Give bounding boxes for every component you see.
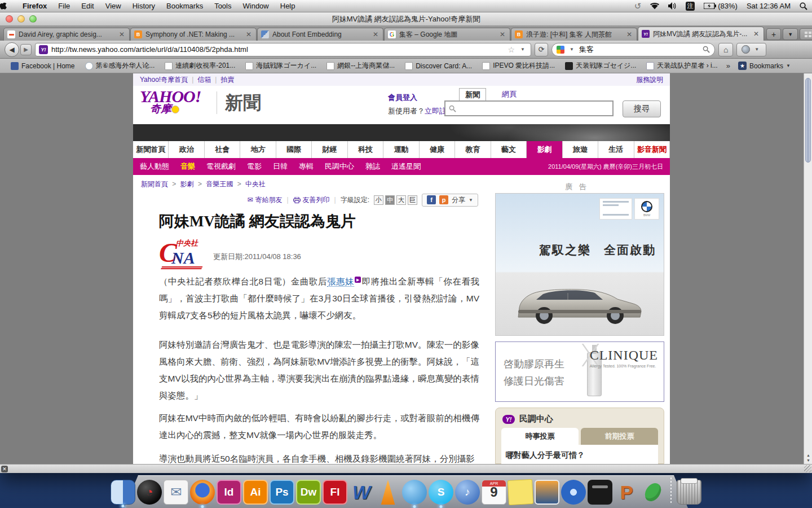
statusbar-close-icon[interactable]: ✕ [1, 466, 8, 472]
tab-groups-button[interactable] [800, 28, 812, 40]
tab-symphony-net[interactable]: Symphony of .NET: Making ... ✕ [130, 28, 257, 41]
tab-david-airey[interactable]: David Airey, graphic desig... ✕ [3, 28, 130, 41]
nav-category[interactable]: 財經 [312, 141, 347, 158]
menu-bookmarks[interactable]: Bookmarks [161, 2, 209, 10]
spotlight-icon[interactable] [795, 2, 812, 10]
facebook-share-icon[interactable]: f [427, 195, 436, 204]
dock-dreamweaver[interactable]: Dw [296, 480, 321, 505]
bookmark-ipevo[interactable]: IPEVO 愛比科技請... [477, 61, 560, 71]
crumb-cna[interactable]: 中央社 [245, 180, 266, 188]
dock-trash[interactable] [677, 480, 701, 505]
video-badge-icon[interactable]: ▶ [355, 277, 361, 283]
time-machine-icon[interactable]: ↺ [630, 1, 646, 11]
app-menu-button[interactable]: ▼ [736, 43, 766, 56]
wifi-icon[interactable] [646, 3, 664, 10]
subnav-item[interactable]: 民調中心 [325, 161, 354, 172]
new-tab-button[interactable]: + [766, 28, 781, 40]
bookmark-gokaiger[interactable]: 海賊戦隊ゴーカイ... [240, 61, 321, 71]
search-tab-web[interactable]: 網頁 [496, 88, 522, 101]
dock-messenger[interactable] [641, 480, 665, 505]
dock-illustrator[interactable]: Ai [243, 480, 268, 505]
tab-close-icon[interactable]: ✕ [498, 30, 506, 38]
bookmarks-menu-button[interactable]: ★ Bookmarks ▼ [734, 62, 795, 70]
menu-file[interactable]: File [52, 2, 76, 10]
bookmarks-overflow-chevron[interactable]: » [723, 62, 734, 70]
subnav-item[interactable]: 藝人動態 [140, 161, 169, 172]
search-input[interactable]: 集客 [579, 45, 700, 55]
battery-icon[interactable]: (83%) [699, 2, 742, 10]
home-button[interactable]: ⌂ [718, 43, 733, 56]
back-button[interactable]: ◀ [5, 42, 19, 57]
search-bar[interactable]: ▼ 集客 [551, 43, 715, 56]
dock-toast[interactable] [588, 480, 612, 505]
nav-category[interactable]: 地方 [240, 141, 276, 158]
bookmark-star-icon[interactable]: ☆ [508, 45, 515, 54]
nav-category[interactable]: 社會 [205, 141, 240, 158]
dock-vlc[interactable] [376, 480, 400, 505]
clinique-advertisement[interactable]: 啓動膠原再生 修護日光傷害 CLINIQUE Allergy Tested. 1… [495, 341, 664, 402]
print-link[interactable]: 友善列印 [293, 195, 330, 205]
link-auction[interactable]: 拍賣 [220, 75, 234, 85]
bookmark-discover-card[interactable]: Discover Card: A... [400, 62, 477, 70]
tab-close-icon[interactable]: ✕ [372, 30, 379, 38]
cna-logo[interactable]: C NA 中央社 [159, 238, 206, 271]
vertical-scrollbar[interactable]: ▲▼ [804, 73, 812, 464]
dock-iphoto[interactable] [535, 480, 559, 505]
menubar-clock[interactable]: Sat 12:36 AM [742, 2, 795, 10]
poll-tab-past[interactable]: 前期投票 [581, 428, 658, 445]
tab-close-icon[interactable]: ✕ [245, 30, 253, 38]
crumb-news-home[interactable]: 新聞首頁 [141, 180, 168, 188]
volume-icon[interactable] [664, 2, 681, 10]
dock-ical[interactable]: 9 [482, 480, 506, 505]
subnav-item[interactable]: 雜誌 [365, 161, 380, 172]
dock-dvd-player[interactable] [561, 480, 586, 505]
dock-firefox[interactable] [190, 480, 215, 505]
bookmark-goseiger[interactable]: 天装戦隊ゴセイジ... [560, 61, 641, 71]
search-magnifier-icon[interactable] [703, 46, 710, 53]
tab-close-icon[interactable]: ✕ [752, 30, 760, 38]
tab-dropdown-button[interactable]: ▼ [783, 28, 798, 40]
nav-category[interactable]: 新聞首頁 [133, 141, 169, 158]
nav-category[interactable]: 國際 [276, 141, 312, 158]
send-to-friend-link[interactable]: ✉ 寄給朋友 [247, 195, 282, 205]
search-engine-dropdown-icon[interactable]: ▼ [567, 47, 576, 52]
bookmark-bank[interactable]: 網銀--上海商業儲... [321, 61, 400, 71]
nav-category[interactable]: 旅遊 [563, 141, 598, 158]
fontsize-option[interactable]: 巨 [408, 195, 417, 205]
dock-word[interactable]: W [349, 480, 374, 505]
dock-sep[interactable] [670, 478, 672, 505]
poll-tab-current[interactable]: 時事投票 [501, 428, 579, 445]
tab-google-maps[interactable]: 集客 – Google 地圖 ✕ [384, 28, 510, 41]
scrollbar-thumb[interactable] [805, 78, 811, 163]
scroll-down-arrow[interactable]: ▼ [804, 458, 812, 463]
tab-font-embedding[interactable]: About Font Embedding ✕ [257, 28, 383, 41]
subnav-item[interactable]: 音樂 [180, 161, 195, 172]
menu-help[interactable]: Help [275, 2, 301, 10]
subnav-item[interactable]: 日韓 [273, 161, 288, 172]
minimize-window-button[interactable] [17, 15, 25, 23]
nav-category[interactable]: 健康 [420, 141, 455, 158]
subnav-item[interactable]: 專輯 [299, 161, 314, 172]
url-bar[interactable]: Y! http://tw.news.yahoo.com/article/url/… [35, 43, 531, 56]
fontsize-option[interactable]: 大 [396, 195, 406, 205]
bookmark-goseiger-cn[interactable]: 天装战队护星者 › i... [641, 61, 722, 71]
dock-dashboard[interactable]: ◔ [137, 480, 162, 505]
fontsize-option[interactable]: 小 [374, 195, 383, 205]
tab-blog-teahouse[interactable]: 浪子遊: [中和] 集客 人間茶館 ✕ [511, 28, 637, 41]
menu-tools[interactable]: Tools [209, 2, 237, 10]
resize-grip[interactable] [804, 465, 811, 472]
url-dropdown-icon[interactable]: ▼ [518, 47, 527, 52]
share-box[interactable]: f p 分享 ▼ [422, 194, 478, 207]
dock-indesign[interactable]: Id [217, 480, 241, 505]
celebrity-link[interactable]: 張惠妹 [327, 277, 354, 287]
menu-firefox[interactable]: Firefox [17, 2, 52, 10]
tab-yahoo-news-active[interactable]: 阿妹MV詭譎 網友誤認為鬼片-... ✕ [638, 27, 764, 41]
google-search-icon[interactable] [557, 46, 564, 54]
nav-category[interactable]: 影音新聞 [634, 141, 670, 158]
dock-mail[interactable]: ✉ [164, 480, 188, 505]
dock-itunes[interactable]: ♪ [455, 480, 480, 505]
scroll-up-arrow[interactable]: ▲ [804, 453, 812, 458]
menu-history[interactable]: History [127, 2, 161, 10]
dock-photoshop[interactable]: Ps [270, 480, 294, 505]
bookmark-drama-ratings[interactable]: 連續劇收視率-201... [160, 61, 240, 71]
